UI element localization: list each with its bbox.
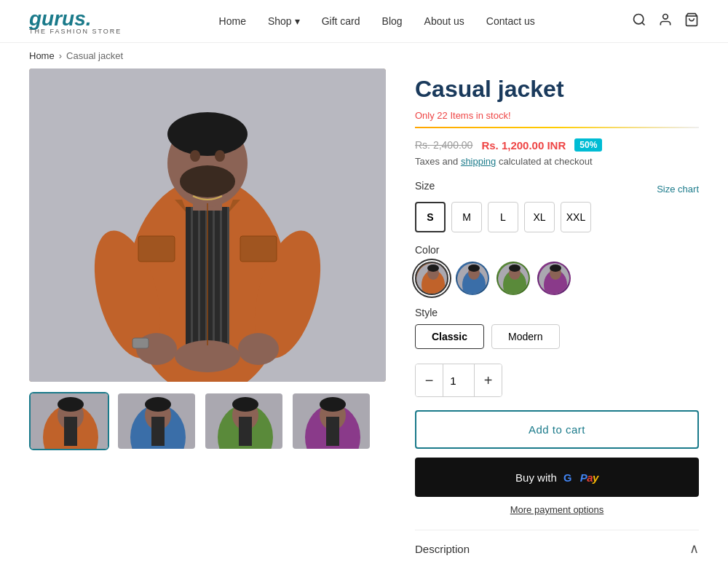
svg-text:G: G <box>563 472 571 484</box>
svg-point-0 <box>634 14 644 23</box>
svg-point-25 <box>215 150 225 162</box>
nav-home[interactable]: Home <box>219 15 246 27</box>
svg-point-23 <box>180 165 235 197</box>
svg-rect-27 <box>240 236 277 262</box>
svg-rect-49 <box>326 417 339 446</box>
svg-rect-13 <box>220 207 222 353</box>
tax-note: Taxes and shipping calculated at checkou… <box>415 156 699 167</box>
color-swatch-blue[interactable] <box>456 262 489 295</box>
gpay-icon: G Pay <box>563 469 598 485</box>
svg-rect-9 <box>191 207 193 353</box>
logo[interactable]: gurus. THE FASHION STORE <box>29 7 122 35</box>
svg-point-43 <box>232 397 258 412</box>
style-btn-classic[interactable]: Classic <box>415 324 484 349</box>
main-product-image <box>29 68 386 382</box>
more-payment-link[interactable]: More payment options <box>510 504 604 515</box>
svg-line-1 <box>642 22 645 25</box>
more-payment-options: More payment options <box>415 504 699 515</box>
style-section: Style Classic Modern <box>415 307 699 349</box>
quantity-section: − + <box>415 364 699 397</box>
svg-point-18 <box>238 333 279 365</box>
color-swatch-orange[interactable] <box>415 262 448 295</box>
svg-rect-28 <box>132 338 149 348</box>
svg-rect-10 <box>198 207 200 353</box>
svg-rect-44 <box>239 417 252 446</box>
thumbnail-row <box>29 392 386 450</box>
quantity-increase-button[interactable]: + <box>475 364 502 396</box>
shipping-link[interactable]: shipping <box>461 156 496 167</box>
quantity-control: − + <box>415 364 502 397</box>
main-nav: Home Shop ▾ Gift card Blog About us Cont… <box>219 15 535 27</box>
chevron-down-icon: ▾ <box>295 15 300 27</box>
description-title: Description <box>415 543 470 555</box>
style-options: Classic Modern <box>415 324 699 349</box>
color-swatch-green[interactable] <box>496 262 530 295</box>
svg-point-61 <box>509 264 521 272</box>
product-title: Casual jacket <box>415 76 699 103</box>
description-section: Description ∧ This cargo jacket is the p… <box>415 530 699 561</box>
add-to-cart-button[interactable]: Add to cart <box>415 410 699 449</box>
price-current: Rs. 1,200.00 INR <box>481 139 566 152</box>
svg-point-22 <box>167 112 248 156</box>
color-options <box>415 262 699 295</box>
nav-blog[interactable]: Blog <box>382 15 403 27</box>
discount-badge: 50% <box>574 138 602 152</box>
thumbnail-1[interactable] <box>29 392 109 450</box>
svg-point-24 <box>190 150 200 162</box>
price-original: Rs. 2,400.00 <box>415 139 472 151</box>
quantity-decrease-button[interactable]: − <box>416 364 443 396</box>
size-btn-s[interactable]: S <box>415 202 446 232</box>
breadcrumb: Home › Casual jacket <box>0 43 728 68</box>
svg-point-53 <box>427 264 439 272</box>
buy-now-prefix: Buy with <box>515 471 557 484</box>
svg-point-33 <box>58 397 84 412</box>
size-label: Size <box>415 180 435 192</box>
stock-notice: Only 22 Items in stock! <box>415 110 699 121</box>
account-icon[interactable] <box>658 12 673 31</box>
breadcrumb-separator: › <box>59 50 62 61</box>
thumbnail-2[interactable] <box>116 392 197 450</box>
svg-rect-12 <box>213 207 215 353</box>
size-btn-m[interactable]: M <box>451 202 482 232</box>
header-actions <box>632 12 699 31</box>
chevron-up-icon: ∧ <box>689 541 699 557</box>
size-btn-xxl[interactable]: XXL <box>561 202 591 232</box>
svg-point-2 <box>663 14 668 19</box>
stock-underline <box>415 127 699 128</box>
size-btn-xl[interactable]: XL <box>524 202 555 232</box>
svg-rect-34 <box>64 417 77 446</box>
description-toggle[interactable]: Description ∧ <box>415 530 699 561</box>
color-swatch-purple[interactable] <box>537 262 571 295</box>
breadcrumb-home[interactable]: Home <box>29 50 55 61</box>
buy-now-button[interactable]: Buy with G Pay <box>415 458 699 497</box>
search-icon[interactable] <box>632 12 646 31</box>
price-row: Rs. 2,400.00 Rs. 1,200.00 INR 50% <box>415 138 699 152</box>
size-section: Size Size chart S M L XL XXL <box>415 180 699 232</box>
product-images <box>29 68 386 561</box>
product-image-svg <box>29 68 386 382</box>
color-label: Color <box>415 244 699 256</box>
nav-shop[interactable]: Shop ▾ <box>268 15 300 27</box>
size-chart-link[interactable]: Size chart <box>657 184 699 195</box>
style-label: Style <box>415 307 699 318</box>
size-options: S M L XL XXL <box>415 202 699 232</box>
thumbnail-3[interactable] <box>204 392 284 450</box>
style-btn-modern[interactable]: Modern <box>491 324 559 349</box>
color-section: Color <box>415 244 699 295</box>
svg-rect-14 <box>227 207 229 353</box>
cart-icon[interactable] <box>684 12 699 31</box>
svg-rect-26 <box>138 236 175 262</box>
nav-gift-card[interactable]: Gift card <box>322 15 360 27</box>
svg-point-48 <box>320 397 346 412</box>
breadcrumb-current: Casual jacket <box>66 50 123 61</box>
size-btn-l[interactable]: L <box>488 202 518 232</box>
quantity-input[interactable] <box>443 364 475 396</box>
thumbnail-4[interactable] <box>291 392 371 450</box>
size-row: Size Size chart <box>415 180 699 197</box>
svg-point-65 <box>550 264 561 272</box>
product-container: Casual jacket Only 22 Items in stock! Rs… <box>0 68 728 561</box>
svg-rect-39 <box>151 417 165 446</box>
nav-about-us[interactable]: About us <box>424 15 464 27</box>
nav-contact-us[interactable]: Contact us <box>486 15 535 27</box>
svg-point-38 <box>145 397 171 412</box>
